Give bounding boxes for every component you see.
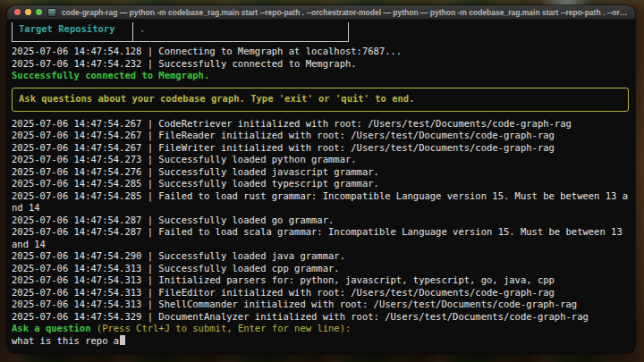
- repo-table-label-cell: Target Repository: [12, 22, 132, 42]
- terminal-app-icon: [47, 8, 56, 17]
- terminal-log-line: 2025-07-06 14:47:54.329 | DocumentAnalyz…: [12, 311, 631, 324]
- repo-table-value-cell: .: [132, 22, 349, 42]
- instructions-banner-text: Ask questions about your codebase graph.…: [19, 93, 415, 105]
- terminal-log-line: 2025-07-06 14:47:54.313 | Successfully l…: [12, 263, 631, 275]
- minimize-button[interactable]: [25, 9, 31, 15]
- text-cursor: [120, 335, 125, 345]
- log-lines-post-banner: 2025-07-06 14:47:54.267 | CodeRetriever …: [12, 118, 631, 324]
- command-input-text: what is this repo a: [12, 335, 119, 346]
- terminal-log-line: 2025-07-06 14:47:54.273 | Successfully l…: [12, 154, 631, 166]
- terminal-log-line: 2025-07-06 14:47:54.276 | Successfully l…: [12, 166, 631, 179]
- repo-table-label: Target Repository: [19, 23, 114, 36]
- target-repository-table: Target Repository .: [12, 22, 349, 42]
- log-lines-pre-banner: 2025-07-06 14:47:54.128 | Connecting to …: [12, 46, 631, 82]
- window-titlebar[interactable]: code-graph-rag — python -m codebase_rag.…: [7, 5, 635, 20]
- terminal-log-line: 2025-07-06 14:47:54.313 | ShellCommander…: [12, 299, 631, 311]
- terminal-log-line: 2025-07-06 14:47:54.267 | FileReader ini…: [12, 130, 631, 142]
- traffic-lights: [14, 9, 42, 15]
- terminal-log-line: 2025-07-06 14:47:54.287 | Successfully l…: [12, 215, 631, 227]
- terminal-log-line: 2025-07-06 14:47:54.232 | Successfully c…: [12, 58, 631, 71]
- terminal-log-line: and 14: [12, 239, 631, 251]
- terminal-log-line: nd 14: [12, 202, 631, 215]
- terminal-content: Target Repository . 2025-07-06 14:47:54.…: [7, 20, 635, 353]
- terminal-window: code-graph-rag — python -m codebase_rag.…: [7, 5, 635, 353]
- terminal-log-line: 2025-07-06 14:47:54.285 | Successfully l…: [12, 178, 631, 190]
- prompt-label: Ask a question: [12, 323, 91, 333]
- terminal-log-line: 2025-07-06 14:47:54.290 | Successfully l…: [12, 250, 631, 263]
- terminal-log-line: 2025-07-06 14:47:54.267 | CodeRetriever …: [12, 118, 631, 130]
- zoom-button[interactable]: [36, 9, 42, 15]
- prompt-hint: (Press Ctrl+J to submit, Enter for new l…: [91, 323, 352, 333]
- instructions-banner: Ask questions about your codebase graph.…: [12, 88, 629, 112]
- terminal-log-line: Successfully connected to Memgraph.: [12, 70, 631, 82]
- question-prompt: Ask a question (Press Ctrl+J to submit, …: [12, 323, 631, 335]
- command-input[interactable]: what is this repo a: [12, 335, 631, 348]
- window-title: code-graph-rag — python -m codebase_rag.…: [62, 8, 628, 17]
- terminal-log-line: 2025-07-06 14:47:54.267 | FileWriter ini…: [12, 142, 631, 155]
- close-button[interactable]: [14, 9, 21, 15]
- terminal-log-line: 2025-07-06 14:47:54.285 | Failed to load…: [12, 190, 631, 203]
- terminal-log-line: 2025-07-06 14:47:54.287 | Failed to load…: [12, 226, 631, 239]
- terminal-log-line: 2025-07-06 14:47:54.128 | Connecting to …: [12, 46, 631, 58]
- repo-path-value: .: [140, 23, 145, 36]
- terminal-log-line: 2025-07-06 14:47:54.313 | FileEditor ini…: [12, 287, 631, 299]
- terminal-log-line: 2025-07-06 14:47:54.313 | Initialized pa…: [12, 274, 631, 287]
